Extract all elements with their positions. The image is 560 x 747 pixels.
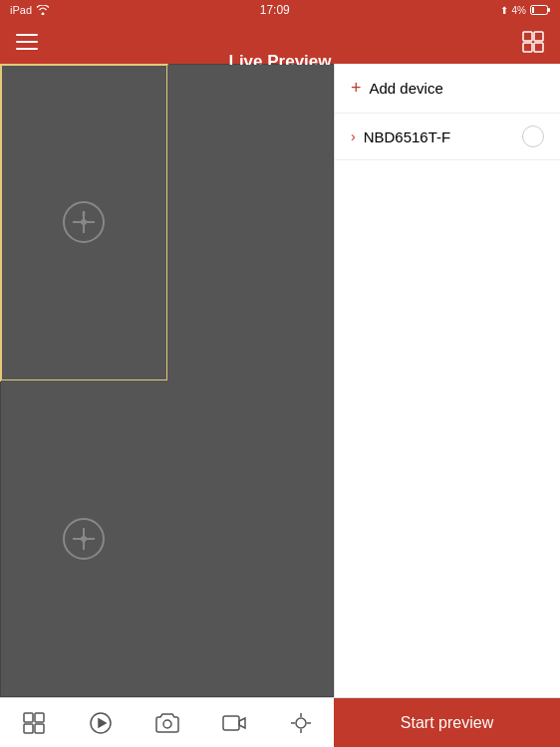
- camera-cell-2[interactable]: [167, 65, 334, 380]
- device-row-left: › NBD6516T-F: [351, 128, 450, 145]
- svg-rect-21: [24, 724, 33, 733]
- svg-rect-9: [534, 43, 543, 52]
- battery-level: 4%: [512, 5, 526, 16]
- svg-point-28: [296, 718, 306, 728]
- svg-rect-3: [16, 34, 38, 36]
- start-preview-button[interactable]: Start preview: [334, 698, 560, 748]
- svg-point-13: [81, 219, 87, 225]
- menu-button[interactable]: [16, 34, 38, 50]
- main-content: + Add device › NBD6516T-F: [0, 64, 560, 697]
- app-header: Live Preview: [0, 20, 560, 64]
- svg-rect-22: [35, 724, 44, 733]
- camera-grid: [0, 64, 334, 697]
- device-name-label: NBD6516T-F: [364, 128, 451, 145]
- layout-button[interactable]: [12, 701, 56, 745]
- carrier-label: iPad: [10, 4, 32, 16]
- svg-marker-24: [99, 719, 106, 727]
- device-checkbox[interactable]: [522, 125, 544, 147]
- svg-point-25: [163, 720, 171, 728]
- signal-icon: ⬆: [500, 5, 508, 16]
- svg-rect-2: [548, 8, 550, 12]
- device-panel: + Add device › NBD6516T-F: [334, 64, 560, 697]
- device-row[interactable]: › NBD6516T-F: [335, 114, 560, 160]
- svg-rect-8: [523, 43, 532, 52]
- svg-rect-7: [534, 32, 543, 41]
- svg-rect-19: [24, 713, 33, 722]
- status-bar: iPad 17:09 ⬆ 4%: [0, 0, 560, 20]
- wifi-icon: [36, 5, 50, 15]
- play-button[interactable]: [79, 701, 123, 745]
- toolbar-left: [0, 698, 334, 748]
- ptz-button[interactable]: [279, 701, 323, 745]
- grid-layout-button[interactable]: [522, 31, 544, 53]
- svg-rect-26: [223, 716, 239, 730]
- svg-rect-4: [16, 41, 38, 43]
- device-chevron-icon: ›: [351, 128, 356, 144]
- svg-rect-5: [16, 48, 38, 50]
- add-device-row[interactable]: + Add device: [335, 64, 560, 114]
- add-device-plus-icon: +: [351, 78, 362, 99]
- bottom-toolbar: Start preview: [0, 697, 560, 747]
- svg-point-18: [81, 536, 87, 542]
- battery-icon: [530, 5, 550, 15]
- camera-cell-1[interactable]: [1, 65, 167, 380]
- svg-marker-27: [239, 718, 245, 728]
- add-device-label: Add device: [370, 80, 443, 97]
- camera-cell-4[interactable]: [167, 380, 334, 696]
- svg-rect-1: [532, 7, 534, 13]
- status-time: 17:09: [260, 3, 290, 17]
- status-right: ⬆ 4%: [500, 5, 550, 16]
- snapshot-button[interactable]: [145, 701, 189, 745]
- svg-rect-20: [35, 713, 44, 722]
- status-left: iPad: [10, 4, 50, 16]
- record-button[interactable]: [212, 701, 256, 745]
- camera-cell-3[interactable]: [1, 380, 167, 696]
- svg-rect-6: [523, 32, 532, 41]
